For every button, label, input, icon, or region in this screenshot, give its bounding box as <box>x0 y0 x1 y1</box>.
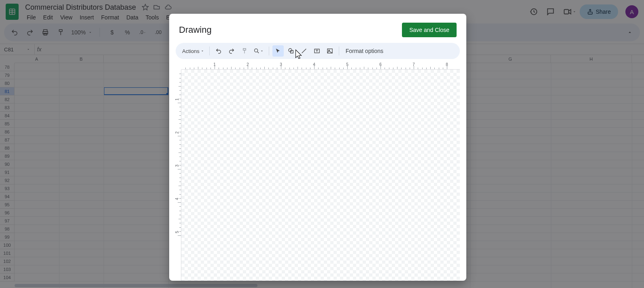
undo-icon[interactable] <box>213 45 224 57</box>
svg-line-15 <box>302 49 306 53</box>
redo-icon[interactable] <box>226 45 237 57</box>
save-and-close-button[interactable]: Save and Close <box>402 23 457 37</box>
drawing-toolbar: Actions Format options <box>176 43 460 59</box>
line-tool-icon[interactable] <box>298 45 310 57</box>
svg-line-12 <box>257 52 259 53</box>
textbox-tool-icon[interactable] <box>311 45 323 57</box>
vertical-ruler[interactable]: 12345 <box>175 70 181 281</box>
drawing-canvas[interactable] <box>181 70 460 281</box>
paint-format-icon[interactable] <box>239 45 250 57</box>
zoom-dropdown[interactable] <box>252 45 266 57</box>
actions-dropdown[interactable]: Actions <box>181 45 206 57</box>
image-tool-icon[interactable] <box>324 45 336 57</box>
dialog-title: Drawing <box>179 25 212 35</box>
select-tool-icon[interactable] <box>272 45 284 57</box>
drawing-canvas-area: 12345678 12345 <box>169 62 460 281</box>
format-options-button[interactable]: Format options <box>342 48 387 54</box>
horizontal-ruler[interactable]: 12345678 <box>181 62 460 70</box>
drawing-dialog: Drawing Save and Close Actions Format op… <box>169 14 466 281</box>
svg-point-11 <box>254 49 257 52</box>
shape-tool-icon[interactable] <box>285 45 297 57</box>
